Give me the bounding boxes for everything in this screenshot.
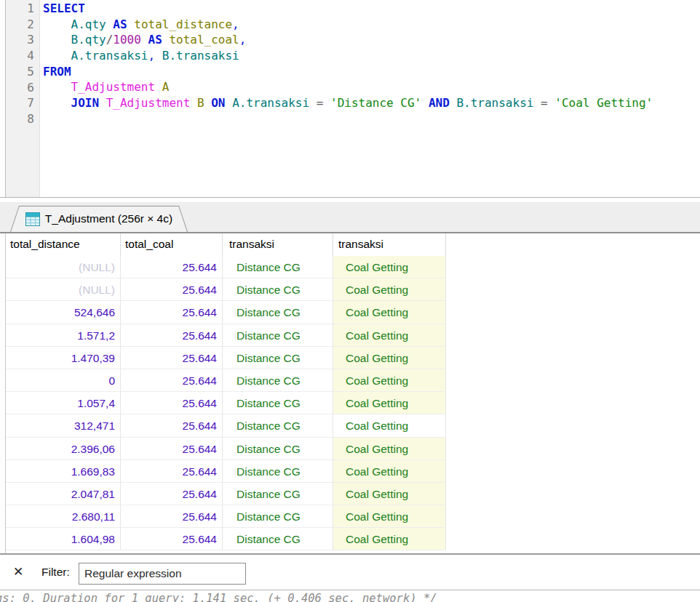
filter-bar: ✕ Filter: (0, 555, 700, 590)
grid-cell[interactable]: Distance CG (223, 278, 333, 301)
grid-cell[interactable]: 25.644 (121, 369, 223, 392)
table-grid-icon (25, 212, 40, 226)
line-number: 2 (6, 17, 34, 33)
grid-cell[interactable]: Distance CG (223, 392, 333, 414)
grid-cell[interactable]: Distance CG (223, 505, 333, 528)
grid-cell[interactable]: Coal Getting (333, 438, 446, 460)
grid-cell[interactable]: Coal Getting (333, 528, 446, 550)
grid-row: (NULL)25.644Distance CGCoal Getting (6, 256, 446, 278)
grid-cell[interactable]: Distance CG (223, 483, 333, 505)
grid-cell[interactable]: Distance CG (223, 301, 333, 324)
grid-cell[interactable]: 0 (6, 369, 121, 392)
grid-body: (NULL)25.644Distance CGCoal Getting(NULL… (6, 256, 446, 550)
column-header[interactable]: transaksi (333, 233, 446, 256)
line-number: 4 (6, 48, 34, 64)
grid-cell[interactable]: 25.644 (121, 256, 223, 278)
grid-cell[interactable]: Distance CG (223, 414, 333, 437)
grid-cell[interactable]: Coal Getting (333, 347, 446, 369)
line-number: 5 (6, 64, 34, 80)
editor-margin-strip (0, 0, 6, 197)
grid-cell[interactable]: Distance CG (223, 347, 333, 369)
line-number: 7 (6, 95, 34, 111)
line-number: 8 (6, 111, 34, 127)
results-tab[interactable]: T_Adjustment (256r × 4c) (10, 206, 188, 232)
grid-row: 312,47125.644Distance CGCoal Getting (6, 414, 446, 437)
grid-row: 1.604,9825.644Distance CGCoal Getting (6, 528, 446, 550)
grid-cell[interactable]: 25.644 (121, 438, 223, 460)
grid-cell[interactable]: (NULL) (6, 278, 121, 301)
line-number: 6 (6, 80, 34, 96)
grid-row: (NULL)25.644Distance CGCoal Getting (6, 278, 446, 301)
code-line: A.transaksi, B.transaksi (43, 48, 700, 64)
grid-cell[interactable]: 1.057,4 (6, 392, 121, 414)
grid-cell[interactable]: 312,471 (6, 414, 121, 437)
grid-row: 1.470,3925.644Distance CGCoal Getting (6, 347, 446, 369)
grid-cell[interactable]: 25.644 (121, 528, 223, 550)
code-line: SELECT (43, 1, 700, 17)
filter-label: Filter: (41, 566, 70, 579)
grid-cell[interactable]: Distance CG (223, 324, 333, 347)
grid-cell[interactable]: Distance CG (223, 256, 333, 278)
grid-cell[interactable]: 25.644 (121, 505, 223, 528)
grid-row: 2.680,1125.644Distance CGCoal Getting (6, 505, 446, 528)
grid-row: 1.057,425.644Distance CGCoal Getting (6, 392, 446, 414)
grid-row: 2.047,8125.644Distance CGCoal Getting (6, 483, 446, 505)
grid-cell[interactable]: 524,646 (6, 301, 121, 324)
grid-cell[interactable]: (NULL) (6, 256, 121, 278)
grid-cell[interactable]: 1.669,83 (6, 460, 121, 483)
grid-cell[interactable]: 25.644 (121, 483, 223, 505)
code-lines[interactable]: SELECT A.qty AS total_distance, B.qty/10… (41, 0, 700, 197)
grid-cell[interactable]: Coal Getting (333, 414, 446, 437)
grid-cell[interactable]: 25.644 (121, 414, 223, 437)
grid-row: 1.669,8325.644Distance CGCoal Getting (6, 460, 446, 483)
results-grid: total_distancetotal_coaltransaksitransak… (0, 233, 700, 555)
grid-cell[interactable]: 1.470,39 (6, 347, 121, 369)
sql-client-window: 12345678 SELECT A.qty AS total_distance,… (0, 0, 700, 602)
grid-header-row: total_distancetotal_coaltransaksitransak… (6, 233, 446, 256)
grid-cell[interactable]: Coal Getting (333, 324, 446, 347)
grid-cell[interactable]: Coal Getting (333, 505, 446, 528)
grid-cell[interactable]: 2.047,81 (6, 483, 121, 505)
grid-cell[interactable]: 25.644 (121, 324, 223, 347)
status-comment-text: gs: 0. Duration for 1 query: 1.141 sec. … (0, 592, 437, 602)
grid-cell[interactable]: Coal Getting (333, 278, 446, 301)
grid-cell[interactable]: 1.571,2 (6, 324, 121, 347)
grid-cell[interactable]: 1.604,98 (6, 528, 121, 550)
code-line: B.qty/1000 AS total_coal, (43, 32, 700, 48)
grid-cell[interactable]: Coal Getting (333, 369, 446, 392)
grid-cell[interactable]: Distance CG (223, 460, 333, 483)
grid-row: 025.644Distance CGCoal Getting (6, 369, 446, 392)
grid-cell[interactable]: 25.644 (121, 460, 223, 483)
grid-cell[interactable]: 2.396,06 (6, 438, 121, 460)
grid-cell[interactable]: 25.644 (121, 301, 223, 324)
grid-cell[interactable]: 25.644 (121, 347, 223, 369)
column-header[interactable]: total_distance (6, 233, 121, 256)
code-line: A.qty AS total_distance, (43, 17, 700, 33)
grid-cell[interactable]: Distance CG (223, 369, 333, 392)
code-line (43, 111, 700, 127)
grid-cell[interactable]: Coal Getting (333, 392, 446, 414)
filter-input[interactable] (79, 563, 246, 585)
status-line: gs: 0. Duration for 1 query: 1.141 sec. … (0, 590, 700, 602)
code-line: T_Adjustment A (43, 79, 700, 95)
grid-cell[interactable]: 25.644 (121, 392, 223, 414)
grid-row: 1.571,225.644Distance CGCoal Getting (6, 324, 446, 347)
grid-cell[interactable]: 2.680,11 (6, 505, 121, 528)
line-number-gutter: 12345678 (6, 0, 40, 197)
grid-cell[interactable]: Coal Getting (333, 483, 446, 505)
column-header[interactable]: total_coal (121, 233, 223, 256)
grid-cell[interactable]: Coal Getting (333, 256, 446, 278)
close-filter-button[interactable]: ✕ (10, 564, 26, 580)
grid-cell[interactable]: 25.644 (121, 278, 223, 301)
results-tab-label: T_Adjustment (256r × 4c) (45, 212, 172, 225)
grid-row: 2.396,0625.644Distance CGCoal Getting (6, 438, 446, 460)
line-number: 1 (6, 1, 34, 17)
grid-cell[interactable]: Distance CG (223, 438, 333, 460)
grid-cell[interactable]: Coal Getting (333, 301, 446, 324)
line-number: 3 (6, 32, 34, 48)
code-line: FROM (43, 64, 700, 80)
grid-cell[interactable]: Distance CG (223, 528, 333, 550)
sql-editor[interactable]: 12345678 SELECT A.qty AS total_distance,… (0, 0, 700, 198)
grid-cell[interactable]: Coal Getting (333, 460, 446, 483)
column-header[interactable]: transaksi (223, 233, 333, 256)
